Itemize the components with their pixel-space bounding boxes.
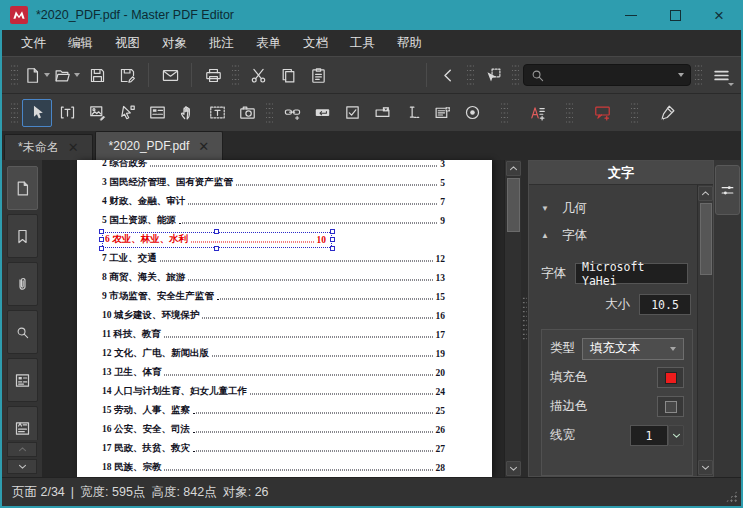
- text-annotation-button[interactable]: [522, 99, 552, 127]
- toc-row[interactable]: 5 国土资源、能源9: [77, 211, 492, 230]
- panel-splitter[interactable]: [521, 160, 528, 477]
- toc-row[interactable]: 6 农业、林业、水利10: [77, 230, 492, 249]
- panel-scroll-up-button[interactable]: [698, 186, 713, 201]
- highlighter-button[interactable]: [652, 99, 682, 127]
- properties-tab[interactable]: [715, 165, 740, 215]
- fill-color-button[interactable]: [657, 367, 684, 388]
- sidebar-search-button[interactable]: [7, 310, 38, 354]
- panel-scroll-down-button[interactable]: [698, 460, 713, 475]
- cut-button[interactable]: [243, 61, 273, 89]
- text-field-button[interactable]: [307, 99, 337, 127]
- toc-row[interactable]: 11 科技、教育17: [77, 325, 492, 344]
- add-link-button[interactable]: [277, 99, 307, 127]
- sidebar-bookmark-button[interactable]: [7, 214, 38, 258]
- scroll-up-button[interactable]: [506, 161, 521, 176]
- menu-item-7[interactable]: 工具: [339, 30, 386, 56]
- type-dropdown[interactable]: 填充文本: [582, 338, 684, 360]
- toc-row[interactable]: 18 民族、宗教28: [77, 458, 492, 477]
- maximize-button[interactable]: [653, 0, 697, 30]
- panel-scrollbar-thumb[interactable]: [700, 203, 712, 275]
- selection-handle-tm[interactable]: [214, 229, 219, 234]
- paste-button[interactable]: [303, 61, 333, 89]
- menu-item-2[interactable]: 视图: [104, 30, 151, 56]
- menu-button[interactable]: [706, 61, 736, 89]
- selection-handle-br[interactable]: [330, 246, 335, 251]
- minimize-button[interactable]: [609, 0, 653, 30]
- email-button[interactable]: [155, 61, 185, 89]
- toc-row[interactable]: 15 劳动、人事、监察25: [77, 401, 492, 420]
- print-button[interactable]: [198, 61, 228, 89]
- selected-text-object[interactable]: 6 农业、林业、水利10: [102, 232, 332, 248]
- open-file-button[interactable]: [52, 61, 82, 89]
- toc-row[interactable]: 2 综合政务3: [77, 160, 492, 173]
- selection-handle-tr[interactable]: [330, 229, 335, 234]
- document-scrollbar[interactable]: [504, 160, 521, 477]
- toolbar-grip[interactable]: [566, 101, 573, 125]
- document-tab-1[interactable]: *2020_PDF.pdf✕: [95, 131, 224, 160]
- menu-item-3[interactable]: 对象: [151, 30, 198, 56]
- edit-path-button[interactable]: [112, 99, 142, 127]
- toolbar-grip[interactable]: [631, 101, 638, 125]
- toc-row[interactable]: 10 城乡建设、环境保护16: [77, 306, 492, 325]
- radio-button-button[interactable]: [457, 99, 487, 127]
- line-width-input[interactable]: 1: [630, 425, 668, 446]
- menu-item-5[interactable]: 表单: [245, 30, 292, 56]
- resize-grip[interactable]: [725, 490, 738, 503]
- menu-item-4[interactable]: 批注: [198, 30, 245, 56]
- select-object-button[interactable]: [478, 61, 508, 89]
- selection-handle-bl[interactable]: [99, 246, 104, 251]
- line-width-dropdown-button[interactable]: [668, 425, 684, 446]
- search-input[interactable]: [545, 67, 675, 83]
- toc-row[interactable]: 14 人口与计划生育、妇女儿童工作24: [77, 382, 492, 401]
- close-button[interactable]: ×: [697, 0, 741, 30]
- menu-item-8[interactable]: 帮助: [386, 30, 433, 56]
- toolbar-grip[interactable]: [266, 101, 273, 125]
- select-text-button[interactable]: [202, 99, 232, 127]
- sidebar-form-layout-button[interactable]: [7, 358, 38, 402]
- selection-handle-tl[interactable]: [99, 229, 104, 234]
- tab-close-icon[interactable]: ✕: [68, 141, 79, 154]
- new-document-button[interactable]: [22, 61, 52, 89]
- menu-item-1[interactable]: 编辑: [57, 30, 104, 56]
- selection-handle-ml[interactable]: [99, 237, 104, 242]
- toc-row[interactable]: 13 卫生、体育20: [77, 363, 492, 382]
- toolbar-grip[interactable]: [232, 63, 239, 87]
- toolbar-grip[interactable]: [11, 101, 18, 125]
- edit-text-button[interactable]: [52, 99, 82, 127]
- toc-row[interactable]: 3 国民经济管理、国有资产监管5: [77, 173, 492, 192]
- section-font[interactable]: ▲ 字体: [541, 222, 691, 249]
- toc-row[interactable]: 7 工业、交通12: [77, 249, 492, 268]
- save-button[interactable]: [82, 61, 112, 89]
- sidebar-scroll-down-button[interactable]: [7, 459, 37, 474]
- combo-box-button[interactable]: [367, 99, 397, 127]
- back-button[interactable]: [433, 61, 463, 89]
- search-box[interactable]: [523, 64, 691, 86]
- hand-button[interactable]: [172, 99, 202, 127]
- toolbar-grip[interactable]: [11, 63, 18, 87]
- sidebar-attachment-button[interactable]: [7, 262, 38, 306]
- font-size-input[interactable]: 10.5: [639, 294, 691, 315]
- toc-row[interactable]: 16 公安、安全、司法26: [77, 420, 492, 439]
- toolbar-grip[interactable]: [695, 63, 702, 87]
- sidebar-pages-button[interactable]: [7, 166, 38, 210]
- section-geometry[interactable]: ▼ 几何: [541, 195, 691, 222]
- menu-item-6[interactable]: 文档: [292, 30, 339, 56]
- toolbar-grip[interactable]: [512, 63, 519, 87]
- text-cursor-button[interactable]: [397, 99, 427, 127]
- selection-handle-mr[interactable]: [330, 237, 335, 242]
- selection-handle-bm[interactable]: [214, 246, 219, 251]
- stroke-color-button[interactable]: [657, 396, 684, 417]
- toc-row[interactable]: 4 财政、金融、审计7: [77, 192, 492, 211]
- snapshot-button[interactable]: [232, 99, 262, 127]
- copy-button[interactable]: [273, 61, 303, 89]
- edit-forms-button[interactable]: [142, 99, 172, 127]
- check-box-button[interactable]: [337, 99, 367, 127]
- callout-button[interactable]: [587, 99, 617, 127]
- scrollbar-thumb[interactable]: [507, 178, 520, 232]
- toolbar-grip[interactable]: [501, 101, 508, 125]
- save-as-button[interactable]: [112, 61, 142, 89]
- tab-close-icon[interactable]: ✕: [198, 140, 209, 153]
- sidebar-scroll-up-button[interactable]: [7, 442, 37, 457]
- document-tab-0[interactable]: *未命名✕: [4, 134, 93, 160]
- font-name-input[interactable]: Microsoft YaHei: [575, 263, 688, 284]
